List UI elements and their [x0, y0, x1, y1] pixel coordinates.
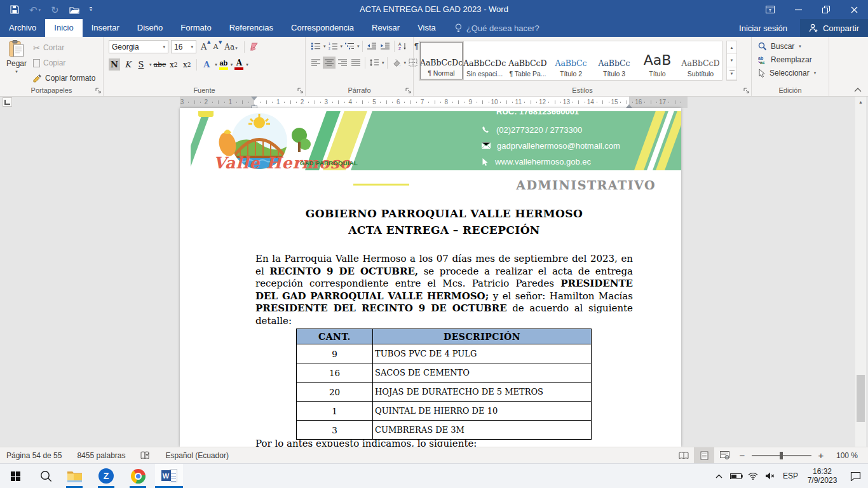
cut-button[interactable]: ✂Cortar	[33, 42, 95, 53]
numbering-dropdown-arrow[interactable]: ▾	[341, 44, 343, 49]
grow-font-button[interactable]: A▲	[199, 42, 208, 51]
clear-formatting-button[interactable]	[249, 43, 259, 51]
font-size-combo[interactable]: 16▾	[171, 40, 196, 53]
tab-diseño[interactable]: Diseño	[128, 19, 172, 37]
line-spacing-dropdown-arrow[interactable]: ▾	[382, 60, 384, 65]
underline-dropdown-arrow[interactable]: ▾	[149, 62, 152, 67]
right-indent-marker[interactable]	[626, 101, 632, 108]
vertical-scrollbar[interactable]: ▲	[855, 97, 866, 447]
collapse-ribbon-button[interactable]	[854, 88, 862, 92]
style--table-pa-[interactable]: AaBbCcD¶ Table Pa...	[506, 42, 549, 79]
select-button[interactable]: Seleccionar▾	[758, 69, 829, 78]
justify-button[interactable]	[349, 57, 362, 69]
change-case-button[interactable]: Aa▾	[222, 43, 239, 51]
customize-quick-access-button[interactable]: ˅	[90, 7, 93, 12]
chrome-button[interactable]	[124, 464, 152, 488]
copy-button[interactable]: Copiar	[33, 57, 95, 69]
styles-more-button[interactable]: ▼	[727, 67, 736, 80]
zoom-slider-thumb[interactable]	[780, 452, 783, 459]
style-t-tulo-2[interactable]: AaBbCcTítulo 2	[550, 42, 592, 79]
styles-dialog-launcher[interactable]	[743, 88, 749, 93]
italic-button[interactable]: K	[122, 58, 133, 71]
styles-scroll-up-button[interactable]: ▲	[727, 41, 736, 54]
ribbon-display-options-button[interactable]	[756, 0, 784, 19]
sign-in-button[interactable]: Iniciar sesión	[739, 24, 787, 33]
volume-indicator[interactable]	[761, 464, 779, 488]
action-center-button[interactable]	[843, 464, 868, 488]
styles-scroll-down-button[interactable]: ▼	[727, 54, 736, 67]
tab-insertar[interactable]: Insertar	[83, 19, 128, 37]
font-color-button[interactable]: A	[234, 59, 243, 70]
network-indicator[interactable]	[745, 464, 761, 488]
minimize-button[interactable]	[784, 0, 812, 19]
highlight-dropdown-arrow[interactable]: ▾	[231, 62, 233, 67]
font-dialog-launcher[interactable]	[297, 88, 303, 93]
font-color-dropdown-arrow[interactable]: ▾	[246, 62, 248, 67]
proofing-status[interactable]	[140, 451, 150, 459]
print-layout-button[interactable]	[694, 447, 714, 463]
share-button[interactable]: Compartir	[800, 19, 868, 37]
paragraph-dialog-launcher[interactable]	[405, 88, 411, 93]
zoom-out-button[interactable]: −	[735, 450, 750, 461]
battery-indicator[interactable]	[728, 464, 745, 488]
tab-inicio[interactable]: Inicio	[45, 19, 82, 37]
tab-formato[interactable]: Formato	[172, 19, 220, 37]
zoom-slider[interactable]	[752, 455, 811, 456]
undo-button[interactable]: ↶▾	[29, 5, 41, 15]
close-button[interactable]	[840, 0, 868, 19]
clipboard-dialog-launcher[interactable]	[95, 88, 101, 93]
shading-dropdown-arrow[interactable]: ▾	[404, 60, 407, 65]
increase-indent-button[interactable]	[379, 40, 391, 52]
shading-button[interactable]	[390, 57, 403, 69]
multilevel-list-button[interactable]	[343, 40, 356, 52]
style-t-tulo-3[interactable]: AaBbCcTítulo 3	[593, 42, 635, 79]
horizontal-ruler[interactable]: 1231234567891011121314151617	[180, 97, 688, 108]
style-t-tulo[interactable]: AaBTítulo	[636, 42, 679, 79]
tab-revisar[interactable]: Revisar	[363, 19, 409, 37]
style-subt-tulo[interactable]: AaBbCcDSubtítulo	[679, 42, 722, 79]
line-spacing-button[interactable]	[368, 57, 381, 69]
scrollbar-thumb[interactable]	[857, 375, 865, 422]
select-dropdown-arrow[interactable]: ▾	[814, 71, 817, 76]
web-layout-button[interactable]	[714, 447, 735, 463]
style--normal[interactable]: AaBbCcDc¶ Normal	[420, 42, 463, 79]
word-count[interactable]: 8455 palabras	[77, 451, 125, 460]
underline-button[interactable]: S	[135, 58, 147, 71]
clock[interactable]: 16:327/9/2023	[802, 464, 843, 488]
strikethrough-button[interactable]: abc	[154, 58, 166, 71]
align-left-button[interactable]	[309, 57, 322, 69]
document-page[interactable]: Valle Hermoso GAD PARROQUIAL RUC: 176812…	[180, 108, 681, 447]
tab-archivo[interactable]: Archivo	[0, 19, 45, 37]
word-taskbar-button[interactable]: W	[155, 464, 183, 488]
restore-button[interactable]	[812, 0, 840, 19]
replace-button[interactable]: abacReemplazar	[758, 55, 829, 64]
read-mode-button[interactable]	[674, 447, 694, 463]
tray-expand-button[interactable]	[710, 464, 728, 488]
find-dropdown-arrow[interactable]: ▾	[799, 44, 801, 49]
bullets-dropdown-arrow[interactable]: ▾	[323, 44, 326, 49]
superscript-button[interactable]: x2	[181, 58, 193, 71]
language-indicator[interactable]: Español (Ecuador)	[165, 451, 228, 460]
text-effects-dropdown-arrow[interactable]: ▾	[215, 62, 217, 67]
sort-button[interactable]: AZ	[397, 40, 410, 52]
page-indicator[interactable]: Página 54 de 55	[6, 451, 62, 460]
redo-button[interactable]: ↻	[51, 5, 59, 15]
scroll-up-button[interactable]: ▲	[855, 97, 866, 107]
find-button[interactable]: Buscar▾	[758, 42, 829, 51]
taskbar-search-button[interactable]	[32, 464, 60, 488]
save-button[interactable]	[10, 5, 19, 14]
align-right-button[interactable]	[336, 57, 349, 69]
zoom-in-button[interactable]: +	[813, 450, 829, 461]
bullets-button[interactable]	[309, 40, 322, 52]
decrease-indent-button[interactable]	[365, 40, 378, 52]
align-center-button[interactable]	[323, 57, 336, 69]
multilevel-dropdown-arrow[interactable]: ▾	[357, 44, 360, 49]
numbering-button[interactable]: 12	[327, 40, 339, 52]
bold-button[interactable]: N	[109, 58, 120, 71]
style-sin-espaci-[interactable]: AaBbCcDcSin espaci...	[463, 42, 506, 79]
z-app-button[interactable]: Z	[92, 464, 120, 488]
keyboard-language[interactable]: ESP	[779, 464, 802, 488]
subscript-button[interactable]: x2	[168, 58, 179, 71]
tab-correspondencia[interactable]: Correspondencia	[282, 19, 363, 37]
start-button[interactable]	[1, 464, 29, 488]
